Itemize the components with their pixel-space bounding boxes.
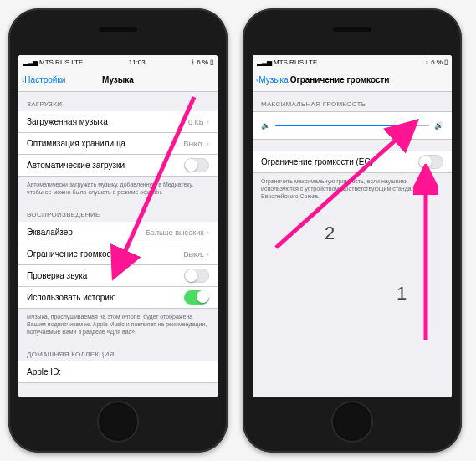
bluetooth-icon: ᚼ [425, 59, 429, 66]
volume-low-icon: 🔈 [261, 121, 270, 130]
row-label: Ограничение громкости (ЕС) [261, 157, 373, 166]
status-bar: ▂▃▅ MTS RUS LTE ᚼ 6 % ▯ [253, 55, 452, 69]
volume-high-icon: 🔊 [434, 121, 443, 130]
row-label: Эквалайзер [27, 228, 73, 237]
row-equalizer[interactable]: Эквалайзер Больше высоких› [18, 222, 218, 243]
annotation-number-2: 2 [325, 223, 335, 244]
screen-right: ▂▃▅ MTS RUS LTE ᚼ 6 % ▯ ‹ Музыка Огранич… [253, 55, 452, 397]
volume-slider[interactable] [275, 125, 429, 126]
section-playback: ВОСПРОИЗВЕДЕНИЕ [18, 202, 218, 222]
battery-label: 6 % [197, 59, 208, 66]
status-bar: ▂▃▅ MTS RUS LTE 11:03 ᚼ 6 % ▯ [18, 55, 218, 69]
screen-left: ▂▃▅ MTS RUS LTE 11:03 ᚼ 6 % ▯ ‹ Настройк… [18, 55, 218, 397]
row-value: Больше высоких [146, 228, 204, 237]
row-eu-volume-limit[interactable]: Ограничение громкости (ЕС) [253, 151, 452, 173]
note-auto-downloads: Автоматически загружать музыку, добавлен… [18, 177, 218, 202]
back-button[interactable]: ‹ Музыка [256, 75, 289, 85]
bluetooth-icon: ᚼ [191, 59, 195, 66]
row-label: Проверка звука [27, 271, 87, 280]
row-auto-downloads[interactable]: Автоматические загрузки [18, 155, 218, 177]
chevron-right-icon: › [207, 139, 209, 148]
signal-icon: ▂▃▅ [23, 59, 38, 66]
toggle-sound-check[interactable] [184, 269, 209, 283]
row-label: Apple ID: [27, 367, 61, 376]
row-use-history[interactable]: Использовать историю [18, 287, 218, 309]
row-value: Выкл. [183, 250, 203, 259]
back-button[interactable]: ‹ Настройки [22, 75, 65, 85]
row-value: Выкл. [183, 140, 203, 148]
row-label: Использовать историю [27, 293, 115, 302]
nav-title: Музыка [102, 75, 134, 85]
clock: 11:03 [129, 59, 146, 66]
row-label: Оптимизация хранилища [27, 139, 125, 148]
row-optimize-storage[interactable]: Оптимизация хранилища Выкл.› [18, 133, 218, 155]
section-max-volume: МАКСИМАЛЬНАЯ ГРОМКОСТЬ [253, 92, 452, 111]
row-apple-id[interactable]: Apple ID: [18, 361, 218, 383]
row-downloaded-music[interactable]: Загруженная музыка 0 КБ› [18, 111, 218, 133]
chevron-right-icon: › [207, 249, 209, 259]
battery-icon: ▯ [444, 59, 448, 66]
nav-title: Ограничение громкости [290, 75, 390, 85]
section-home-sharing: ДОМАШНЯЯ КОЛЛЕКЦИЯ [18, 342, 218, 361]
row-label: Ограничение громкости [27, 249, 120, 259]
row-label: Автоматические загрузки [27, 161, 125, 170]
toggle-auto-downloads[interactable] [184, 158, 209, 172]
signal-icon: ▂▃▅ [257, 59, 272, 66]
section-downloads: ЗАГРУЗКИ [18, 92, 218, 111]
row-volume-limit[interactable]: Ограничение громкости Выкл.› [18, 243, 218, 265]
row-sound-check[interactable]: Проверка звука [18, 265, 218, 287]
chevron-right-icon: › [207, 117, 209, 126]
slider-thumb[interactable] [395, 119, 408, 132]
toggle-use-history[interactable] [184, 290, 209, 305]
back-label: Настройки [24, 75, 65, 85]
phone-right: ▂▃▅ MTS RUS LTE ᚼ 6 % ▯ ‹ Музыка Огранич… [243, 8, 462, 453]
battery-icon: ▯ [210, 59, 213, 66]
battery-label: 6 % [431, 59, 443, 66]
slider-fill [275, 125, 402, 126]
chevron-right-icon: › [207, 228, 209, 237]
nav-bar: ‹ Музыка Ограничение громкости [253, 69, 452, 92]
row-value: 0 КБ [188, 118, 204, 126]
row-volume-slider: 🔈 🔊 [253, 111, 452, 140]
row-label: Загруженная музыка [27, 117, 108, 126]
carrier-label: MTS RUS LTE [274, 59, 317, 66]
annotation-number-1: 1 [397, 283, 407, 305]
carrier-label: MTS RUS LTE [39, 59, 83, 66]
nav-bar: ‹ Настройки Музыка [18, 69, 218, 92]
toggle-eu-limit[interactable] [418, 155, 443, 169]
back-label: Музыка [258, 75, 288, 85]
note-use-history: Музыка, прослушиваемая на этом iPhone, б… [18, 309, 218, 342]
phone-left: ▂▃▅ MTS RUS LTE 11:03 ᚼ 6 % ▯ ‹ Настройк… [8, 8, 228, 453]
note-eu-limit: Ограничить максимальную громкость, если … [253, 173, 452, 207]
